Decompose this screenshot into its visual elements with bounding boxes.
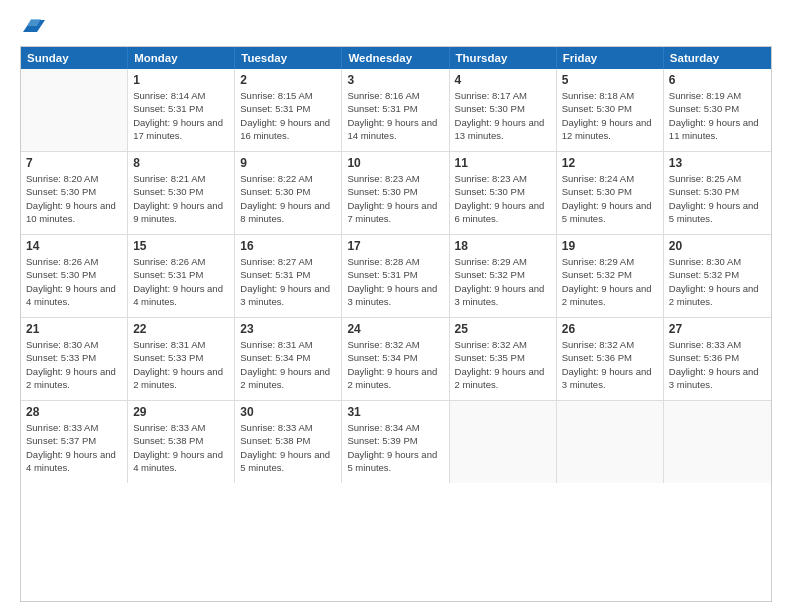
logo [20,18,45,36]
day-info: Sunrise: 8:29 AMSunset: 5:32 PMDaylight:… [562,255,658,308]
day-info: Sunrise: 8:34 AMSunset: 5:39 PMDaylight:… [347,421,443,474]
cal-cell: 24 Sunrise: 8:32 AMSunset: 5:34 PMDaylig… [342,318,449,400]
day-number: 25 [455,322,551,336]
cal-cell: 20 Sunrise: 8:30 AMSunset: 5:32 PMDaylig… [664,235,771,317]
day-number: 30 [240,405,336,419]
day-info: Sunrise: 8:31 AMSunset: 5:33 PMDaylight:… [133,338,229,391]
day-number: 14 [26,239,122,253]
cal-cell: 28 Sunrise: 8:33 AMSunset: 5:37 PMDaylig… [21,401,128,483]
cal-cell: 4 Sunrise: 8:17 AMSunset: 5:30 PMDayligh… [450,69,557,151]
day-info: Sunrise: 8:33 AMSunset: 5:38 PMDaylight:… [133,421,229,474]
cal-header-day: Friday [557,47,664,69]
day-number: 2 [240,73,336,87]
cal-cell: 9 Sunrise: 8:22 AMSunset: 5:30 PMDayligh… [235,152,342,234]
cal-row: 7 Sunrise: 8:20 AMSunset: 5:30 PMDayligh… [21,152,771,235]
cal-cell: 8 Sunrise: 8:21 AMSunset: 5:30 PMDayligh… [128,152,235,234]
day-number: 31 [347,405,443,419]
day-number: 23 [240,322,336,336]
day-info: Sunrise: 8:23 AMSunset: 5:30 PMDaylight:… [347,172,443,225]
day-info: Sunrise: 8:33 AMSunset: 5:36 PMDaylight:… [669,338,766,391]
day-number: 24 [347,322,443,336]
header [20,18,772,36]
day-number: 21 [26,322,122,336]
day-number: 20 [669,239,766,253]
cal-cell: 21 Sunrise: 8:30 AMSunset: 5:33 PMDaylig… [21,318,128,400]
day-number: 5 [562,73,658,87]
day-number: 1 [133,73,229,87]
day-info: Sunrise: 8:29 AMSunset: 5:32 PMDaylight:… [455,255,551,308]
day-number: 3 [347,73,443,87]
day-number: 29 [133,405,229,419]
day-info: Sunrise: 8:16 AMSunset: 5:31 PMDaylight:… [347,89,443,142]
day-info: Sunrise: 8:28 AMSunset: 5:31 PMDaylight:… [347,255,443,308]
cal-cell: 27 Sunrise: 8:33 AMSunset: 5:36 PMDaylig… [664,318,771,400]
day-number: 15 [133,239,229,253]
cal-cell: 26 Sunrise: 8:32 AMSunset: 5:36 PMDaylig… [557,318,664,400]
day-number: 26 [562,322,658,336]
cal-cell: 31 Sunrise: 8:34 AMSunset: 5:39 PMDaylig… [342,401,449,483]
day-number: 7 [26,156,122,170]
day-number: 17 [347,239,443,253]
cal-cell: 2 Sunrise: 8:15 AMSunset: 5:31 PMDayligh… [235,69,342,151]
day-info: Sunrise: 8:23 AMSunset: 5:30 PMDaylight:… [455,172,551,225]
day-info: Sunrise: 8:14 AMSunset: 5:31 PMDaylight:… [133,89,229,142]
day-number: 10 [347,156,443,170]
cal-cell [21,69,128,151]
day-number: 18 [455,239,551,253]
day-number: 4 [455,73,551,87]
cal-cell: 22 Sunrise: 8:31 AMSunset: 5:33 PMDaylig… [128,318,235,400]
day-info: Sunrise: 8:22 AMSunset: 5:30 PMDaylight:… [240,172,336,225]
cal-cell: 29 Sunrise: 8:33 AMSunset: 5:38 PMDaylig… [128,401,235,483]
day-info: Sunrise: 8:24 AMSunset: 5:30 PMDaylight:… [562,172,658,225]
day-info: Sunrise: 8:25 AMSunset: 5:30 PMDaylight:… [669,172,766,225]
cal-cell: 15 Sunrise: 8:26 AMSunset: 5:31 PMDaylig… [128,235,235,317]
cal-header-day: Thursday [450,47,557,69]
day-info: Sunrise: 8:15 AMSunset: 5:31 PMDaylight:… [240,89,336,142]
day-info: Sunrise: 8:32 AMSunset: 5:35 PMDaylight:… [455,338,551,391]
day-number: 8 [133,156,229,170]
day-info: Sunrise: 8:26 AMSunset: 5:30 PMDaylight:… [26,255,122,308]
day-info: Sunrise: 8:33 AMSunset: 5:37 PMDaylight:… [26,421,122,474]
day-number: 12 [562,156,658,170]
cal-row: 28 Sunrise: 8:33 AMSunset: 5:37 PMDaylig… [21,401,771,483]
cal-cell: 3 Sunrise: 8:16 AMSunset: 5:31 PMDayligh… [342,69,449,151]
cal-header-day: Wednesday [342,47,449,69]
cal-cell: 25 Sunrise: 8:32 AMSunset: 5:35 PMDaylig… [450,318,557,400]
cal-cell: 19 Sunrise: 8:29 AMSunset: 5:32 PMDaylig… [557,235,664,317]
cal-cell: 10 Sunrise: 8:23 AMSunset: 5:30 PMDaylig… [342,152,449,234]
cal-cell: 12 Sunrise: 8:24 AMSunset: 5:30 PMDaylig… [557,152,664,234]
day-number: 16 [240,239,336,253]
page: SundayMondayTuesdayWednesdayThursdayFrid… [0,0,792,612]
cal-cell: 5 Sunrise: 8:18 AMSunset: 5:30 PMDayligh… [557,69,664,151]
cal-cell: 7 Sunrise: 8:20 AMSunset: 5:30 PMDayligh… [21,152,128,234]
day-number: 11 [455,156,551,170]
day-number: 27 [669,322,766,336]
cal-header-day: Sunday [21,47,128,69]
cal-cell: 11 Sunrise: 8:23 AMSunset: 5:30 PMDaylig… [450,152,557,234]
day-info: Sunrise: 8:21 AMSunset: 5:30 PMDaylight:… [133,172,229,225]
cal-row: 21 Sunrise: 8:30 AMSunset: 5:33 PMDaylig… [21,318,771,401]
cal-header-day: Tuesday [235,47,342,69]
day-info: Sunrise: 8:17 AMSunset: 5:30 PMDaylight:… [455,89,551,142]
cal-row: 1 Sunrise: 8:14 AMSunset: 5:31 PMDayligh… [21,69,771,152]
cal-cell [557,401,664,483]
cal-cell: 6 Sunrise: 8:19 AMSunset: 5:30 PMDayligh… [664,69,771,151]
cal-cell: 16 Sunrise: 8:27 AMSunset: 5:31 PMDaylig… [235,235,342,317]
day-number: 9 [240,156,336,170]
day-number: 13 [669,156,766,170]
calendar: SundayMondayTuesdayWednesdayThursdayFrid… [20,46,772,602]
day-number: 22 [133,322,229,336]
day-number: 6 [669,73,766,87]
day-info: Sunrise: 8:27 AMSunset: 5:31 PMDaylight:… [240,255,336,308]
cal-cell: 14 Sunrise: 8:26 AMSunset: 5:30 PMDaylig… [21,235,128,317]
calendar-header: SundayMondayTuesdayWednesdayThursdayFrid… [21,47,771,69]
day-info: Sunrise: 8:18 AMSunset: 5:30 PMDaylight:… [562,89,658,142]
day-info: Sunrise: 8:30 AMSunset: 5:32 PMDaylight:… [669,255,766,308]
cal-cell: 23 Sunrise: 8:31 AMSunset: 5:34 PMDaylig… [235,318,342,400]
calendar-body: 1 Sunrise: 8:14 AMSunset: 5:31 PMDayligh… [21,69,771,483]
day-info: Sunrise: 8:19 AMSunset: 5:30 PMDaylight:… [669,89,766,142]
cal-cell [664,401,771,483]
cal-cell [450,401,557,483]
cal-cell: 13 Sunrise: 8:25 AMSunset: 5:30 PMDaylig… [664,152,771,234]
day-info: Sunrise: 8:26 AMSunset: 5:31 PMDaylight:… [133,255,229,308]
